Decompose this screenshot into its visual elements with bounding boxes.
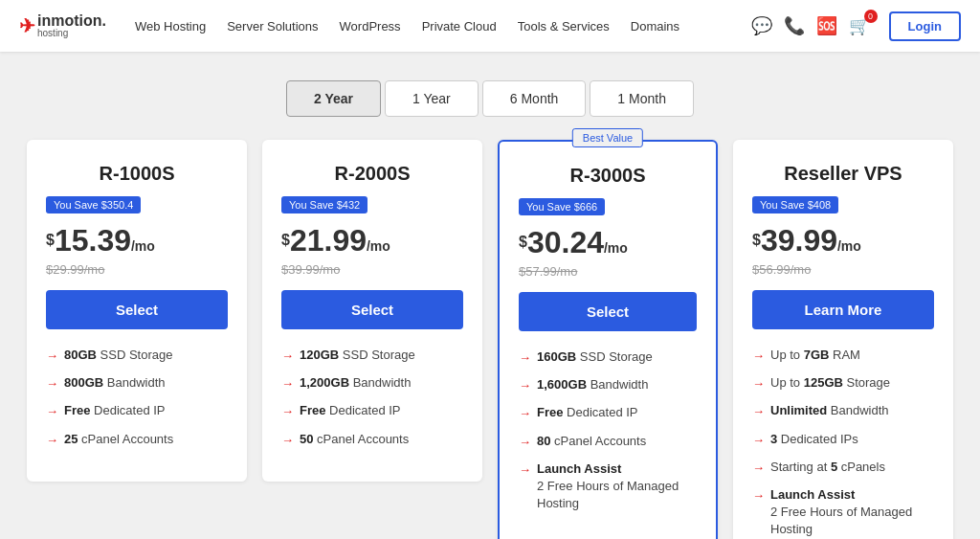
pricing-cards: R-1000S You Save $350.4 $15.39/mo $29.99…	[19, 140, 961, 539]
brand-name: inmotion.	[37, 13, 106, 29]
price-main: 15.39	[55, 223, 131, 258]
feature-bandwidth: →800GB Bandwidth	[46, 374, 228, 393]
feature-launch-assist: →Launch Assist2 Free Hours of Managed Ho…	[752, 486, 934, 539]
nav-server-solutions[interactable]: Server Solutions	[227, 19, 318, 34]
main-nav: Web Hosting Server Solutions WordPress P…	[135, 19, 751, 34]
feature-bandwidth: →1,600GB Bandwidth	[519, 376, 697, 394]
header-icons: 💬 📞 🆘 🛒 0 Login	[751, 11, 961, 41]
price-period: /mo	[604, 240, 628, 256]
best-value-badge: Best Value	[572, 128, 643, 147]
plan-title: R-3000S	[519, 165, 697, 187]
main-content: 2 Year 1 Year 6 Month 1 Month R-1000S Yo…	[0, 52, 980, 539]
nav-tools-services[interactable]: Tools & Services	[518, 19, 610, 34]
price-area: $21.99/mo	[281, 223, 463, 258]
price-currency: $	[281, 232, 290, 248]
price-original: $57.99/mo	[519, 264, 697, 279]
feature-ip: →Free Dedicated IP	[519, 404, 697, 422]
feature-storage: →80GB SSD Storage	[46, 347, 228, 365]
feature-launch-assist: →Launch Assist2 Free Hours of Managed Ho…	[519, 460, 697, 513]
feature-ips: →3 Dedicated IPs	[752, 431, 934, 449]
help-icon[interactable]: 🆘	[816, 15, 837, 36]
nav-private-cloud[interactable]: Private Cloud	[422, 19, 497, 34]
features-list: →120GB SSD Storage →1,200GB Bandwidth →F…	[281, 347, 463, 449]
price-original: $56.99/mo	[752, 262, 934, 277]
brand-sub: hosting	[37, 29, 106, 38]
plan-title: R-2000S	[281, 163, 463, 185]
feature-ip: →Free Dedicated IP	[46, 402, 228, 420]
features-list: →Up to 7GB RAM →Up to 125GB Storage →Unl…	[752, 347, 934, 539]
feature-cpanel: →25 cPanel Accounts	[46, 431, 228, 449]
price-main: 21.99	[290, 223, 367, 258]
price-currency: $	[46, 232, 55, 248]
price-currency: $	[519, 234, 527, 250]
save-badge: You Save $350.4	[46, 196, 141, 213]
logo: ✈ inmotion. hosting	[19, 13, 106, 38]
price-main: 30.24	[527, 225, 604, 259]
cart-count: 0	[864, 10, 878, 23]
price-area: $30.24/mo	[519, 225, 697, 260]
feature-ip: →Free Dedicated IP	[281, 402, 463, 420]
feature-ram: →Up to 7GB RAM	[752, 347, 934, 365]
learn-more-button[interactable]: Learn More	[752, 290, 934, 329]
select-button-r3000s[interactable]: Select	[519, 292, 697, 331]
price-period: /mo	[131, 238, 155, 254]
feature-storage: →160GB SSD Storage	[519, 348, 697, 367]
price-currency: $	[752, 232, 761, 248]
price-period: /mo	[837, 238, 861, 254]
price-area: $15.39/mo	[46, 223, 228, 258]
plan-r2000s: R-2000S You Save $432 $21.99/mo $39.99/m…	[262, 140, 482, 482]
plan-title: Reseller VPS	[752, 163, 934, 185]
plan-reseller-vps: Reseller VPS You Save $408 $39.99/mo $56…	[733, 140, 953, 539]
feature-cpanel: →50 cPanel Accounts	[281, 431, 463, 449]
chat-icon[interactable]: 💬	[751, 15, 772, 36]
select-button-r1000s[interactable]: Select	[46, 290, 228, 329]
price-area: $39.99/mo	[752, 223, 934, 258]
plan-r3000s: Best Value R-3000S You Save $666 $30.24/…	[498, 140, 718, 539]
billing-toggle: 2 Year 1 Year 6 Month 1 Month	[19, 80, 961, 117]
billing-tab-1year[interactable]: 1 Year	[385, 80, 479, 117]
feature-storage: →Up to 125GB Storage	[752, 374, 934, 393]
features-list: →80GB SSD Storage →800GB Bandwidth →Free…	[46, 347, 228, 449]
feature-bandwidth: →1,200GB Bandwidth	[281, 374, 463, 393]
billing-tab-6month[interactable]: 6 Month	[482, 80, 587, 117]
feature-cpanel: →80 cPanel Accounts	[519, 433, 697, 451]
plan-r1000s: R-1000S You Save $350.4 $15.39/mo $29.99…	[27, 140, 247, 482]
price-main: 39.99	[761, 223, 837, 258]
price-period: /mo	[367, 238, 390, 254]
save-badge: You Save $408	[752, 196, 838, 213]
save-badge: You Save $432	[281, 196, 368, 213]
feature-bandwidth: →Unlimited Bandwidth	[752, 402, 934, 420]
nav-wordpress[interactable]: WordPress	[340, 19, 401, 34]
logo-icon: ✈	[19, 14, 35, 37]
nav-web-hosting[interactable]: Web Hosting	[135, 19, 206, 34]
select-button-r2000s[interactable]: Select	[281, 290, 463, 329]
feature-cpanel: →Starting at 5 cPanels	[752, 459, 934, 477]
billing-tab-2year[interactable]: 2 Year	[286, 80, 381, 117]
price-original: $39.99/mo	[281, 262, 463, 277]
header: ✈ inmotion. hosting Web Hosting Server S…	[0, 0, 980, 52]
save-badge: You Save $666	[519, 198, 605, 215]
billing-tab-1month[interactable]: 1 Month	[590, 80, 694, 117]
feature-storage: →120GB SSD Storage	[281, 347, 463, 365]
cart-icon[interactable]: 🛒 0	[849, 15, 870, 36]
features-list: →160GB SSD Storage →1,600GB Bandwidth →F…	[519, 348, 697, 512]
plan-title: R-1000S	[46, 163, 228, 185]
price-original: $29.99/mo	[46, 262, 228, 277]
phone-icon[interactable]: 📞	[784, 15, 805, 36]
nav-domains[interactable]: Domains	[631, 19, 679, 34]
login-button[interactable]: Login	[889, 11, 961, 41]
